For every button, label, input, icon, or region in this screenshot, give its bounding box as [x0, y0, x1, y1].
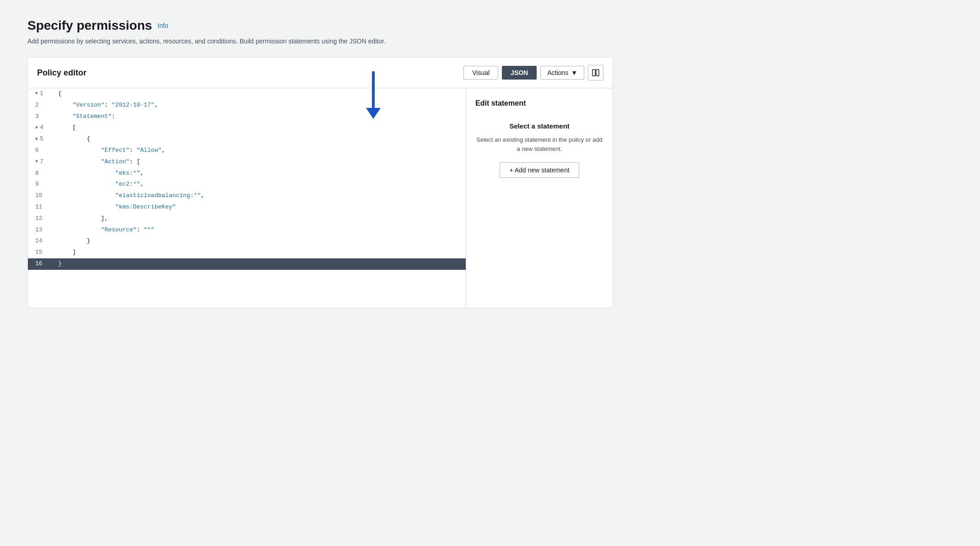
code-line: 13 "Resource": "*" — [28, 225, 466, 236]
line-content: ] — [51, 247, 83, 258]
code-line: 16} — [28, 258, 466, 270]
line-content: "Version": "2012-10-17", — [51, 100, 165, 111]
code-line: 9 "ec2:*", — [28, 179, 466, 190]
line-content: "Resource": "*" — [51, 225, 162, 236]
tab-json[interactable]: JSON — [502, 66, 537, 80]
line-content: "eks:*", — [51, 168, 151, 179]
line-number: 14 — [28, 236, 51, 247]
line-number: 2 — [28, 100, 51, 111]
line-number: 11 — [28, 202, 51, 213]
line-number: 13 — [28, 225, 51, 236]
line-number: 10 — [28, 190, 51, 202]
layout-icon — [592, 69, 599, 76]
line-content: "Effect": "Allow", — [51, 145, 172, 156]
line-number: ▼1 — [28, 88, 51, 100]
svg-rect-1 — [596, 70, 599, 76]
select-statement-section: Select a statement Select an existing st… — [475, 122, 603, 178]
code-lines-container: ▼1{2 "Version": "2012-10-17",3 "Statemen… — [28, 88, 466, 270]
line-content: "elasticloadbalancing:*", — [51, 190, 212, 202]
editor-toolbar: Visual JSON Actions ▼ — [463, 65, 603, 80]
edit-sidebar: Edit statement Select a statement Select… — [466, 88, 613, 308]
code-line: ▼1{ — [28, 88, 466, 100]
line-content: ], — [51, 213, 115, 225]
editor-title: Policy editor — [37, 68, 86, 78]
actions-button[interactable]: Actions ▼ — [540, 66, 584, 80]
code-line: 12 ], — [28, 213, 466, 225]
fold-toggle[interactable]: ▼ — [35, 124, 38, 132]
info-link[interactable]: Info — [157, 22, 168, 29]
code-line: ▼4 [ — [28, 122, 466, 134]
line-number: 12 — [28, 213, 51, 225]
line-number: 16 — [28, 258, 51, 270]
line-number: ▼4 — [28, 122, 51, 134]
line-number: ▼7 — [28, 156, 51, 168]
code-line: 3 "Statement": — [28, 111, 466, 123]
code-area[interactable]: ▼1{2 "Version": "2012-10-17",3 "Statemen… — [28, 88, 466, 308]
page-title: Specify permissions — [27, 18, 152, 33]
code-line: 15 ] — [28, 247, 466, 258]
line-content: [ — [51, 122, 83, 134]
editor-header: Policy editor Visual JSON Actions ▼ — [28, 58, 613, 88]
layout-icon-button[interactable] — [588, 65, 603, 80]
line-content: "ec2:*", — [51, 179, 151, 190]
line-number: ▼5 — [28, 134, 51, 145]
code-line: 11 "kms:DescribeKey" — [28, 202, 466, 213]
code-line: 2 "Version": "2012-10-17", — [28, 100, 466, 111]
line-content: { — [51, 88, 69, 100]
code-line: 8 "eks:*", — [28, 168, 466, 179]
select-statement-desc: Select an existing statement in the poli… — [475, 135, 603, 153]
fold-toggle[interactable]: ▼ — [35, 136, 38, 143]
code-line: 10 "elasticloadbalancing:*", — [28, 190, 466, 202]
editor-body: ▼1{2 "Version": "2012-10-17",3 "Statemen… — [28, 88, 613, 308]
code-line: 6 "Effect": "Allow", — [28, 145, 466, 156]
line-content: } — [51, 258, 69, 270]
line-number: 3 — [28, 111, 51, 123]
line-content: "Statement": — [51, 111, 123, 123]
code-line: 14 } — [28, 236, 466, 247]
sidebar-title: Edit statement — [475, 99, 603, 107]
add-new-statement-button[interactable]: + Add new statement — [500, 162, 579, 178]
page-description: Add permissions by selecting services, a… — [27, 37, 613, 46]
line-content: } — [51, 236, 97, 247]
line-content: "kms:DescribeKey" — [51, 202, 183, 213]
fold-toggle[interactable]: ▼ — [35, 90, 38, 97]
chevron-down-icon: ▼ — [571, 69, 577, 76]
line-number: 15 — [28, 247, 51, 258]
select-statement-title: Select a statement — [475, 122, 603, 130]
editor-card: Policy editor Visual JSON Actions ▼ — [27, 57, 613, 308]
code-line: ▼7 "Action": [ — [28, 156, 466, 168]
line-content: { — [51, 134, 97, 145]
line-number: 9 — [28, 179, 51, 190]
tab-visual[interactable]: Visual — [463, 66, 498, 80]
line-number: 6 — [28, 145, 51, 156]
line-number: 8 — [28, 168, 51, 179]
svg-rect-0 — [592, 70, 595, 76]
line-content: "Action": [ — [51, 156, 147, 168]
page-header: Specify permissions Info Add permissions… — [27, 18, 613, 46]
fold-toggle[interactable]: ▼ — [35, 158, 38, 166]
code-line: ▼5 { — [28, 134, 466, 145]
